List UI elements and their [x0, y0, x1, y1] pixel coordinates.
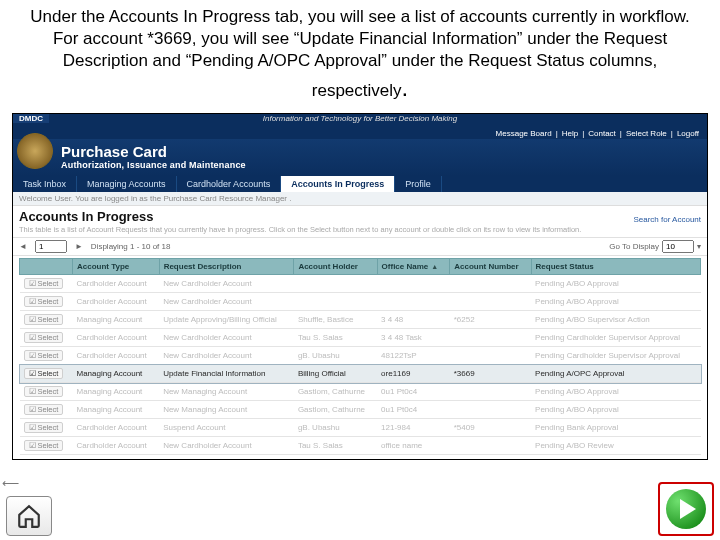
tab-cardholder-accounts[interactable]: Cardholder Accounts: [177, 176, 282, 192]
util-link-select-role[interactable]: Select Role: [626, 129, 667, 138]
select-button[interactable]: Select: [24, 350, 64, 361]
table-row[interactable]: SelectCardholder AccountNew Cardholder A…: [20, 293, 701, 311]
table-row[interactable]: SelectCardholder AccountNew Cardholder A…: [20, 329, 701, 347]
utility-nav: Message Board|Help|Contact|Select Role|L…: [13, 128, 707, 139]
col-account-type[interactable]: Account Type: [72, 259, 159, 275]
util-link-message-board[interactable]: Message Board: [496, 129, 552, 138]
select-button[interactable]: Select: [24, 314, 64, 325]
select-button[interactable]: Select: [24, 296, 64, 307]
col-request-status[interactable]: Request Status: [531, 259, 700, 275]
util-link-help[interactable]: Help: [562, 129, 578, 138]
tab-managing-accounts[interactable]: Managing Accounts: [77, 176, 177, 192]
back-arrow-icon[interactable]: ⟵: [2, 476, 19, 490]
col-account-number[interactable]: Account Number: [450, 259, 531, 275]
table-row[interactable]: SelectCardholder AccountNew Cardholder A…: [20, 437, 701, 455]
grid-toolbar: ◄ ► Displaying 1 - 10 of 18 Go To Displa…: [13, 237, 707, 256]
app-window: DMDC Information and Technology for Bett…: [12, 113, 708, 460]
select-button[interactable]: Select: [24, 404, 64, 415]
util-link-contact[interactable]: Contact: [588, 129, 616, 138]
dmdc-tag: DMDC: [13, 114, 49, 123]
select-button[interactable]: Select: [24, 368, 64, 379]
col-office-name[interactable]: Office Name: [377, 259, 450, 275]
arrow-right-icon: [666, 489, 706, 529]
table-row[interactable]: SelectCardholder AccountNew Cardholder A…: [20, 275, 701, 293]
seal-icon: [17, 133, 53, 169]
page-title: Accounts In Progress: [19, 209, 153, 224]
select-button[interactable]: Select: [24, 440, 64, 451]
accounts-table: Account TypeRequest DescriptionAccount H…: [19, 258, 701, 455]
table-row[interactable]: SelectManaging AccountUpdate Approving/B…: [20, 311, 701, 329]
page-number-input[interactable]: [35, 240, 67, 253]
app-banner: Purchase Card Authorization, Issuance an…: [13, 139, 707, 176]
go-to-display-label: Go To Display: [609, 242, 659, 251]
displaying-label: Displaying 1 - 10 of 18: [91, 242, 602, 251]
select-button[interactable]: Select: [24, 278, 64, 289]
welcome-message: Welcome User. You are logged in as the P…: [13, 192, 707, 206]
rows-per-page-input[interactable]: [662, 240, 694, 253]
dmdc-bar: DMDC Information and Technology for Bett…: [13, 114, 707, 128]
slide-caption: Under the Accounts In Progress tab, you …: [0, 0, 720, 113]
main-tabs: Task InboxManaging AccountsCardholder Ac…: [13, 176, 707, 192]
util-link-logoff[interactable]: Logoff: [677, 129, 699, 138]
table-row[interactable]: SelectManaging AccountUpdate Financial I…: [20, 365, 701, 383]
tab-profile[interactable]: Profile: [395, 176, 442, 192]
search-account-link[interactable]: Search for Account: [633, 215, 701, 224]
tab-accounts-in-progress[interactable]: Accounts In Progress: [281, 176, 395, 192]
col-account-holder[interactable]: Account Holder: [294, 259, 377, 275]
home-button[interactable]: [6, 496, 52, 536]
select-button[interactable]: Select: [24, 422, 64, 433]
dropdown-icon[interactable]: ▾: [697, 242, 701, 251]
table-row[interactable]: SelectCardholder AccountSuspend Accountg…: [20, 419, 701, 437]
table-row[interactable]: SelectManaging AccountNew Managing Accou…: [20, 383, 701, 401]
select-button[interactable]: Select: [24, 332, 64, 343]
col-request-description[interactable]: Request Description: [159, 259, 294, 275]
dmdc-slogan: Information and Technology for Better De…: [263, 114, 457, 123]
home-icon: [16, 503, 42, 529]
page-instructions: This table is a list of Account Requests…: [13, 224, 707, 237]
table-row[interactable]: SelectCardholder AccountNew Cardholder A…: [20, 347, 701, 365]
app-title: Purchase Card: [61, 143, 703, 160]
app-subtitle: Authorization, Issuance and Maintenance: [61, 160, 703, 170]
table-row[interactable]: SelectManaging AccountNew Managing Accou…: [20, 401, 701, 419]
tab-task-inbox[interactable]: Task Inbox: [13, 176, 77, 192]
select-button[interactable]: Select: [24, 386, 64, 397]
col-select[interactable]: [20, 259, 73, 275]
pager-prev-icon[interactable]: ◄: [19, 242, 27, 251]
pager-next-icon[interactable]: ►: [75, 242, 83, 251]
next-button[interactable]: [658, 482, 714, 536]
